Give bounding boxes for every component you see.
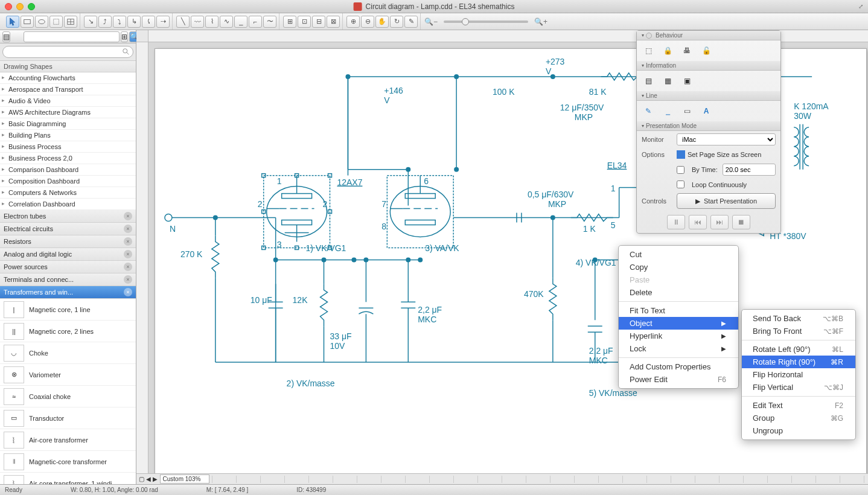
close-icon[interactable]: ×	[124, 263, 132, 271]
ctx-custom[interactable]: Add Custom Properties	[619, 360, 738, 373]
page-nav[interactable]: ▢ ◀ ▶	[139, 476, 158, 482]
close-icon[interactable]: ×	[124, 275, 132, 284]
maximize-window-button[interactable]	[28, 3, 35, 10]
ctx-object[interactable]: Object▶	[619, 317, 738, 330]
connector-tool-6[interactable]: ⇢	[156, 16, 170, 28]
lib-category[interactable]: Business Process 2,0	[0, 153, 136, 164]
lib-category[interactable]: AWS Architecture Diagrams	[0, 107, 136, 118]
line-style-icon[interactable]: ✎	[642, 104, 655, 118]
adjust-tool-4[interactable]: ⊠	[327, 16, 340, 28]
info-icon-2[interactable]: ▦	[661, 74, 674, 88]
lib-open-item[interactable]: Transformers and win...×	[0, 286, 136, 299]
lock-icon[interactable]: 🔒	[661, 44, 674, 57]
close-icon[interactable]: ×	[124, 250, 132, 258]
stencil-item[interactable]: ▭Transductor	[0, 407, 136, 429]
ctx-flip-h[interactable]: Flip Horizontal	[742, 368, 855, 381]
connector-tool-4[interactable]: ↳	[127, 16, 141, 28]
zoom-combo[interactable]: Custom 103%	[160, 474, 210, 484]
zoom-slider[interactable]	[444, 21, 528, 23]
zoom-in-tool[interactable]: ⊕	[346, 16, 360, 28]
ruler-vertical[interactable]	[136, 42, 148, 473]
sidebar-filter-input[interactable]	[24, 31, 120, 42]
line-header[interactable]: Line	[646, 92, 657, 99]
stencil-item[interactable]: ||Magnetic core, 2 lines	[0, 321, 136, 342]
lib-open-item[interactable]: Analog and digital logic×	[0, 248, 136, 261]
table-tool[interactable]	[64, 16, 77, 28]
lib-category[interactable]: Composition Dashboard	[0, 176, 136, 187]
adjust-tool-2[interactable]: ⊡	[298, 16, 311, 28]
minimize-window-button[interactable]	[16, 3, 24, 10]
prev-button[interactable]: ⏮	[689, 215, 707, 229]
close-icon[interactable]: ×	[124, 288, 132, 296]
stencil-item[interactable]: ◡Choke	[0, 342, 136, 364]
lib-category[interactable]: Building Plans	[0, 130, 136, 141]
ctx-delete[interactable]: Delete	[619, 286, 738, 299]
pointer-tool[interactable]	[6, 16, 19, 28]
lib-category[interactable]: Correlation Dashboard	[0, 199, 136, 210]
monitor-select[interactable]: iMac	[677, 133, 776, 145]
line-tool-1[interactable]: ╲	[176, 16, 190, 28]
rotate-tool[interactable]: ↻	[390, 16, 403, 28]
lib-category[interactable]: Aerospace and Transport	[0, 84, 136, 95]
grid-view-button[interactable]: ⊞	[121, 31, 128, 42]
ctx-flip-v[interactable]: Flip Vertical⌥⌘J	[742, 381, 855, 394]
lib-open-item[interactable]: Electron tubes×	[0, 210, 136, 223]
stencil-item[interactable]: ⦚Air-core transformer, 1 windi	[0, 473, 136, 484]
resize-icon[interactable]: ⬚	[642, 44, 655, 57]
lib-category[interactable]: Business Process	[0, 141, 136, 153]
rect-tool[interactable]	[21, 16, 34, 28]
print-icon[interactable]: 🖶	[680, 44, 694, 57]
lib-category[interactable]: Comparison Dashboard	[0, 164, 136, 176]
lib-open-item[interactable]: Power sources×	[0, 261, 136, 273]
ctx-rotate-left[interactable]: Rotate Left (90°)⌘L	[742, 343, 855, 356]
lib-open-item[interactable]: Terminals and connec...×	[0, 273, 136, 286]
ctx-lock[interactable]: Lock▶	[619, 342, 738, 355]
behaviour-header[interactable]: Behaviour	[656, 32, 683, 39]
info-icon-3[interactable]: ▣	[680, 74, 694, 88]
lib-open-item[interactable]: Resistors×	[0, 235, 136, 248]
connector-tool-2[interactable]: ⤴	[98, 16, 112, 28]
line-tool-3[interactable]: ⌇	[205, 16, 219, 28]
stencil-item[interactable]: ⫴Magnetic-core transformer	[0, 451, 136, 473]
text-tool[interactable]	[49, 16, 63, 28]
connector-tool-3[interactable]: ⤵	[113, 16, 126, 28]
ctx-bring-front[interactable]: Bring To Front⌥⌘F	[742, 325, 855, 337]
eyedrop-tool[interactable]: ✎	[404, 16, 418, 28]
ctx-fit[interactable]: Fit To Text	[619, 304, 738, 317]
unlock-icon[interactable]: 🔓	[700, 44, 713, 57]
loop-checkbox[interactable]	[677, 180, 685, 188]
zoom-out-tool[interactable]: ⊖	[361, 16, 374, 28]
zoom-in-icon[interactable]: 🔍+	[534, 18, 547, 26]
ctx-hyperlink[interactable]: Hyperlink▶	[619, 330, 738, 342]
line-tool-6[interactable]: ⌐	[249, 16, 262, 28]
lib-category[interactable]: Basic Diagramming	[0, 118, 136, 130]
adjust-tool-1[interactable]: ⊞	[283, 16, 296, 28]
pause-button[interactable]: ⏸	[667, 215, 685, 229]
line-tool-2[interactable]: 〰	[191, 16, 204, 28]
ctx-rotate-right[interactable]: Rotate Right (90°)⌘R	[742, 356, 855, 368]
lib-category[interactable]: Audio & Video	[0, 95, 136, 107]
connector-tool-5[interactable]: ⤹	[142, 16, 155, 28]
next-button[interactable]: ⏭	[710, 215, 729, 229]
tree-view-button[interactable]: ▤	[2, 31, 10, 42]
hand-tool[interactable]: ✋	[375, 16, 389, 28]
connector-tool-1[interactable]: ↘	[84, 16, 97, 28]
stencil-item[interactable]: |Magnetic core, 1 line	[0, 299, 136, 321]
stop-button[interactable]: ⏹	[732, 215, 750, 229]
close-icon[interactable]: ×	[124, 225, 132, 233]
stencil-item[interactable]: ⦚Air-core transformer	[0, 429, 136, 451]
ctx-send-back[interactable]: Send To Back⌥⌘B	[742, 312, 855, 325]
ctx-cut[interactable]: Cut	[619, 248, 738, 261]
lib-category[interactable]: Computers & Networks	[0, 187, 136, 199]
adjust-tool-3[interactable]: ⊟	[312, 16, 325, 28]
ctx-copy[interactable]: Copy	[619, 261, 738, 273]
page-size-option[interactable]: Set Page Size as Screen	[688, 151, 761, 158]
ctx-ungroup[interactable]: Ungroup	[742, 424, 855, 437]
stencil-item[interactable]: ≈Coaxial choke	[0, 386, 136, 407]
ellipse-tool[interactable]	[35, 16, 48, 28]
by-time-checkbox[interactable]	[677, 166, 685, 174]
start-presentation-button[interactable]: ▶ Start Presentation	[677, 193, 776, 209]
ctx-power[interactable]: Power EditF6	[619, 373, 738, 386]
ctx-edit-text[interactable]: Edit TextF2	[742, 399, 855, 412]
h-scrollbar[interactable]	[212, 476, 866, 483]
